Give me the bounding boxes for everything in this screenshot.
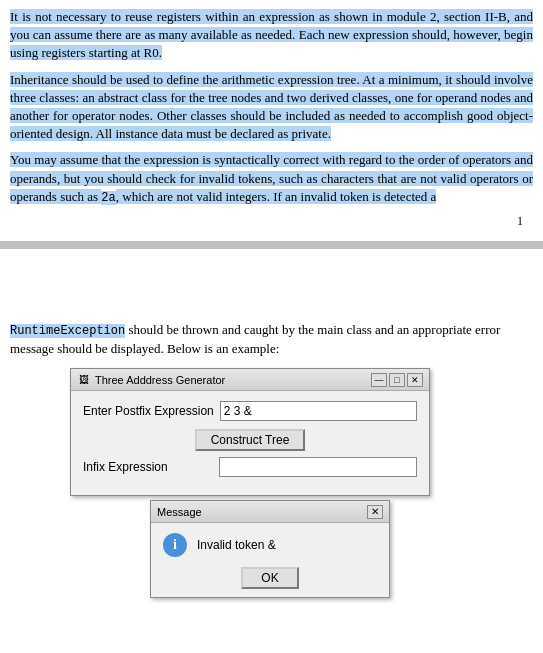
message-ok-row: OK [163, 567, 377, 589]
postfix-row: Enter Postfix Expression [83, 401, 417, 421]
close-button[interactable]: ✕ [407, 373, 423, 387]
paragraph-2: Inheritance should be used to define the… [10, 71, 533, 144]
info-icon: i [163, 533, 187, 557]
message-close-button[interactable]: ✕ [367, 505, 383, 519]
window-controls: — □ ✕ [371, 373, 423, 387]
message-dialog: Message ✕ i Invalid token & OK [150, 500, 390, 598]
window-title-left: 🖼 Three Adddress Generator [77, 373, 225, 387]
runtime-exception-text: RuntimeException [10, 324, 125, 338]
infix-row: Infix Expression [83, 457, 417, 477]
app-window: 🖼 Three Adddress Generator — □ ✕ Enter P… [70, 368, 430, 496]
maximize-button[interactable]: □ [389, 373, 405, 387]
page-content: It is not necessary to reuse registers w… [0, 0, 543, 229]
para2-text: Inheritance should be used to define the… [10, 72, 533, 142]
para1-text: It is not necessary to reuse registers w… [10, 9, 533, 60]
infix-input[interactable] [219, 457, 417, 477]
window-titlebar: 🖼 Three Adddress Generator — □ ✕ [71, 369, 429, 391]
bottom-section: RuntimeException should be thrown and ca… [0, 321, 543, 598]
window-body: Enter Postfix Expression Construct Tree … [71, 391, 429, 495]
window-title: Three Adddress Generator [95, 374, 225, 386]
message-content-row: i Invalid token & [163, 533, 377, 557]
message-titlebar: Message ✕ [151, 501, 389, 523]
minimize-button[interactable]: — [371, 373, 387, 387]
postfix-label: Enter Postfix Expression [83, 404, 214, 418]
infix-label: Infix Expression [83, 460, 213, 474]
page-number: 1 [10, 214, 533, 229]
app-window-wrapper: 🖼 Three Adddress Generator — □ ✕ Enter P… [70, 368, 430, 598]
message-title: Message [157, 506, 202, 518]
ok-button[interactable]: OK [241, 567, 298, 589]
message-body: i Invalid token & OK [151, 523, 389, 597]
para3-code: 2a [101, 191, 115, 205]
paragraph-3: You may assume that the expression is sy… [10, 151, 533, 206]
message-text: Invalid token & [197, 538, 276, 552]
app-icon: 🖼 [77, 373, 91, 387]
runtime-paragraph: RuntimeException should be thrown and ca… [10, 321, 533, 358]
paragraph-1: It is not necessary to reuse registers w… [10, 8, 533, 63]
spacer [0, 261, 543, 321]
postfix-input[interactable] [220, 401, 417, 421]
page-divider [0, 241, 543, 249]
construct-tree-button[interactable]: Construct Tree [195, 429, 306, 451]
construct-button-row: Construct Tree [83, 429, 417, 451]
para3-end: , which are not valid integers. If an in… [116, 189, 437, 204]
